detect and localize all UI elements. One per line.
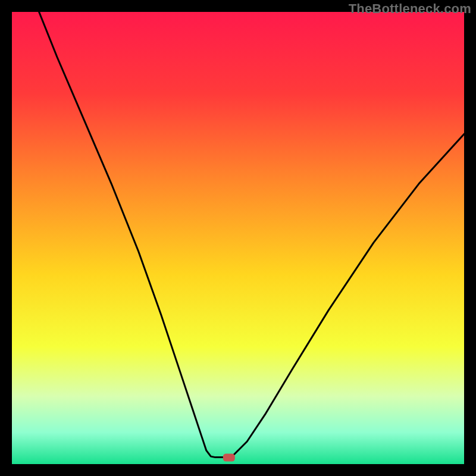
optimal-marker (223, 454, 235, 462)
bottleneck-chart (12, 12, 464, 464)
chart-frame: TheBottleneck.com (0, 0, 476, 476)
watermark-text: TheBottleneck.com (349, 1, 471, 17)
chart-background (12, 12, 464, 464)
